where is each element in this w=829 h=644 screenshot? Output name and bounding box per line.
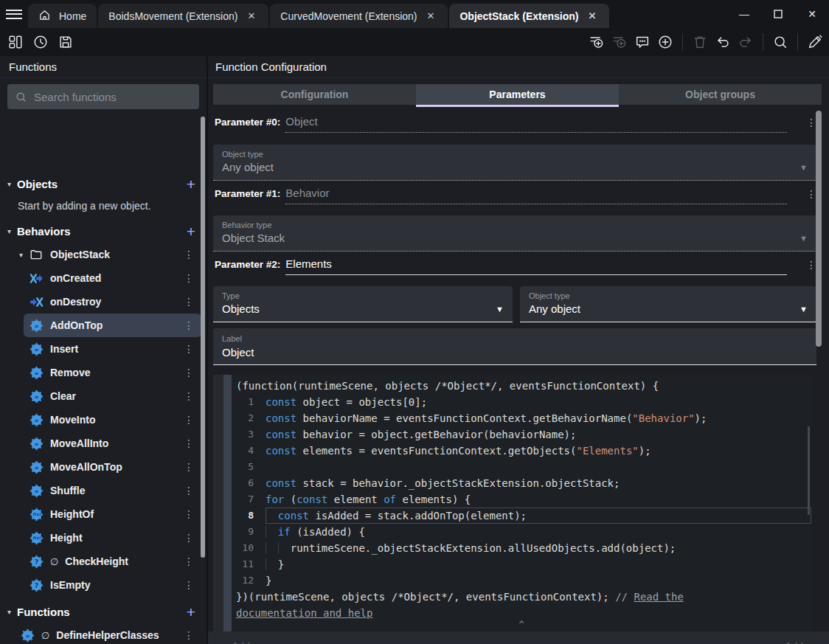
- hamburger-menu-icon[interactable]: [0, 0, 28, 28]
- search-functions-input[interactable]: [34, 91, 181, 103]
- redo-icon[interactable]: [738, 34, 754, 50]
- add-behavior-icon[interactable]: [589, 34, 605, 50]
- minimize-button[interactable]: —: [727, 0, 761, 28]
- sidebar-item-definehelperclasses[interactable]: »∅DefineHelperClasses⋮: [0, 623, 207, 644]
- sidebar-item-shuffle[interactable]: »Shuffle⋮: [0, 479, 207, 502]
- sidebar-item-moveinto[interactable]: »MoveInto⋮: [0, 408, 207, 432]
- panels-icon[interactable]: [7, 34, 24, 50]
- field-label: Label: [222, 334, 808, 343]
- close-tab-icon[interactable]: ✕: [424, 9, 438, 23]
- add-icon[interactable]: +: [187, 224, 195, 239]
- sidebar-item-moveallinto[interactable]: »MoveAllInto⋮: [0, 432, 207, 455]
- sidebar-item-ondestroy[interactable]: onDestroy⋮: [0, 290, 207, 314]
- clipped-add-link[interactable]: Add: [785, 640, 803, 644]
- section-functions[interactable]: ▾Functions+: [0, 600, 207, 623]
- tab-objectstack[interactable]: ObjectStack (Extension) ✕: [449, 4, 609, 28]
- close-tab-icon[interactable]: ✕: [585, 9, 599, 23]
- close-tab-icon[interactable]: ✕: [244, 9, 258, 23]
- search-icon[interactable]: [772, 34, 788, 50]
- code-line-2[interactable]: 2const behaviorName = eventsFunctionCont…: [232, 410, 811, 426]
- item-menu-icon[interactable]: ⋮: [184, 367, 194, 378]
- code-line-7[interactable]: 7for (const element of elements) {: [232, 491, 811, 508]
- code-line-5[interactable]: 5: [232, 459, 811, 475]
- parameter-2-name-input[interactable]: Elements: [285, 257, 787, 275]
- code-line-8[interactable]: 8 const isAdded = stack.addOnTop(element…: [232, 508, 811, 524]
- add-circle-icon[interactable]: [657, 34, 673, 50]
- save-icon[interactable]: [58, 34, 74, 50]
- item-menu-icon[interactable]: ⋮: [184, 461, 194, 473]
- code-line-11[interactable]: 11 }: [232, 556, 811, 572]
- parameter-2-type-select[interactable]: Type Objects ▼: [213, 286, 513, 322]
- section-objects[interactable]: ▾Objects+: [0, 172, 207, 195]
- main-scrollbar[interactable]: [816, 111, 822, 347]
- sidebar-item-addontop[interactable]: »AddOnTop⋮: [24, 314, 201, 337]
- folder-objectstack[interactable]: ▾ObjectStack⋮: [0, 243, 207, 266]
- edit-scene-icon[interactable]: [807, 34, 823, 50]
- section-behaviors[interactable]: ▾Behaviors+: [0, 219, 207, 243]
- item-menu-icon[interactable]: ⋮: [184, 629, 194, 641]
- javascript-code-editor[interactable]: (function(runtimeScene, objects /*Object…: [232, 375, 811, 631]
- add-behavior-disabled-icon[interactable]: [611, 34, 628, 50]
- parameter-1-menu-icon[interactable]: ⋮: [806, 188, 816, 204]
- parameter-2-object-type-select[interactable]: Object type Any object ▼: [520, 286, 816, 322]
- documentation-link[interactable]: Read the: [634, 591, 683, 603]
- tab-home[interactable]: Home: [28, 4, 97, 28]
- item-menu-icon[interactable]: ⋮: [184, 508, 194, 520]
- editor-drag-handle[interactable]: [223, 375, 232, 631]
- item-menu-icon[interactable]: ⋮: [184, 555, 194, 567]
- item-menu-icon[interactable]: ⋮: [184, 343, 194, 355]
- add-icon[interactable]: +: [187, 176, 195, 192]
- tab-parameters[interactable]: Parameters: [416, 84, 619, 105]
- code-line-4[interactable]: 4const elements = eventsFunctionContext.…: [232, 443, 811, 459]
- sidebar-item-insert[interactable]: »Insert⋮: [0, 337, 207, 361]
- configuration-tabs: Configuration Parameters Object groups: [213, 84, 822, 105]
- code-line-9[interactable]: 9 if (isAdded) {: [232, 524, 811, 540]
- item-menu-icon[interactable]: ⋮: [184, 249, 194, 260]
- sidebar-item-checkheight[interactable]: ?∅CheckHeight⋮: [0, 550, 207, 573]
- parameter-0-name-input[interactable]: Object: [285, 115, 787, 133]
- sidebar-item-heightof[interactable]: f(x)HeightOf⋮: [0, 502, 207, 526]
- item-menu-icon[interactable]: ⋮: [184, 414, 194, 426]
- tab-boidsmovement[interactable]: BoidsMovement (Extension) ✕: [98, 4, 268, 28]
- tab-object-groups[interactable]: Object groups: [619, 84, 822, 105]
- parameter-0-object-type-select[interactable]: Object type Any object ▼: [213, 145, 816, 181]
- add-icon[interactable]: +: [187, 604, 195, 620]
- trash-icon[interactable]: [692, 34, 708, 50]
- sidebar-item-oncreated[interactable]: onCreated⋮: [0, 266, 207, 290]
- item-menu-icon[interactable]: ⋮: [184, 390, 194, 402]
- editor-scrollbar[interactable]: [808, 426, 810, 515]
- code-line-1[interactable]: 1const object = objects[0];: [232, 394, 811, 410]
- history-icon[interactable]: [32, 34, 49, 50]
- code-line-6[interactable]: 6const stack = behavior._objectStackExte…: [232, 475, 811, 491]
- sidebar-item-moveallontop[interactable]: »MoveAllOnTop⋮: [0, 455, 207, 479]
- code-line-3[interactable]: 3const behavior = object.getBehavior(beh…: [232, 426, 811, 443]
- item-menu-icon[interactable]: ⋮: [184, 579, 194, 591]
- maximize-button[interactable]: [761, 0, 795, 28]
- sidebar-item-isempty[interactable]: ?IsEmpty⋮: [0, 573, 207, 597]
- fold-caret-icon[interactable]: ^: [232, 617, 811, 627]
- item-menu-icon[interactable]: ⋮: [184, 437, 194, 449]
- sidebar-item-remove[interactable]: »Remove⋮: [0, 361, 207, 384]
- parameter-1-name-input[interactable]: Behavior: [285, 187, 787, 204]
- item-menu-icon[interactable]: ⋮: [184, 272, 194, 284]
- code-line-10[interactable]: 10 runtimeScene._objectStackExtension.al…: [232, 540, 811, 556]
- item-menu-icon[interactable]: ⋮: [184, 319, 194, 331]
- search-functions-box[interactable]: [7, 84, 199, 109]
- parameter-2-label-field[interactable]: Label Object: [213, 328, 816, 365]
- item-menu-icon[interactable]: ⋮: [184, 296, 194, 308]
- sidebar-item-height[interactable]: f(x)Height⋮: [0, 526, 207, 550]
- close-window-button[interactable]: ✕: [795, 0, 829, 28]
- sidebar-item-clear[interactable]: »Clear⋮: [0, 384, 207, 408]
- item-menu-icon[interactable]: ⋮: [184, 485, 194, 496]
- item-menu-icon[interactable]: ⋮: [184, 532, 194, 544]
- parameter-0-menu-icon[interactable]: ⋮: [806, 117, 816, 133]
- parameter-1-behavior-type-select[interactable]: Behavior type Object Stack ▼: [213, 215, 816, 252]
- undo-icon[interactable]: [715, 34, 731, 50]
- comment-icon[interactable]: [634, 34, 651, 50]
- parameter-2-menu-icon[interactable]: ⋮: [806, 259, 816, 275]
- tab-curvedmovement[interactable]: CurvedMovement (Extension) ✕: [270, 4, 448, 28]
- code-line-12[interactable]: 12}: [232, 572, 811, 589]
- clipped-add-link[interactable]: Add: [232, 640, 250, 644]
- sidebar-scrollbar[interactable]: [201, 117, 205, 558]
- tab-configuration[interactable]: Configuration: [213, 84, 416, 105]
